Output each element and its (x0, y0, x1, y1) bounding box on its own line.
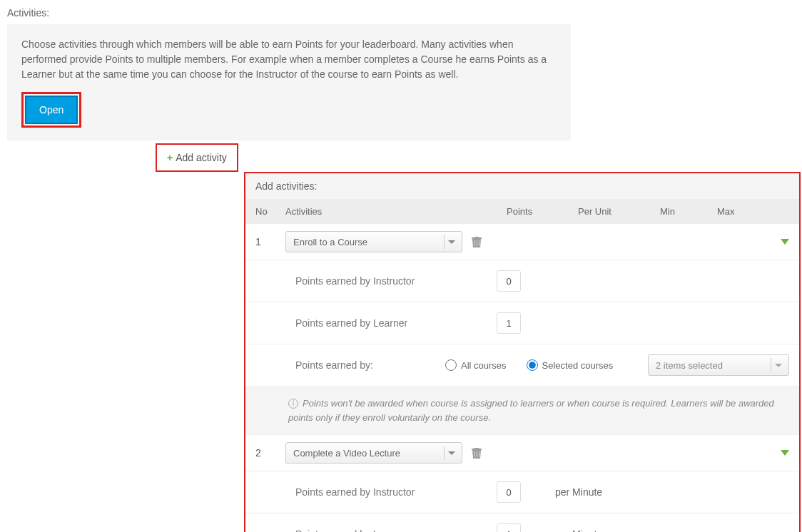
points-instructor-row: Points earned by Instructor per Minute (245, 471, 799, 513)
activities-panel-highlight: Add activities: No Activities Points Per… (244, 172, 801, 532)
activities-label: Activities: (7, 7, 795, 19)
per-unit-label: per Minute (555, 528, 602, 532)
column-headers: No Activities Points Per Unit Min Max (245, 199, 799, 224)
trash-icon[interactable] (471, 235, 482, 248)
activity-no: 1 (255, 236, 285, 247)
expand-icon[interactable] (781, 450, 789, 456)
expand-icon[interactable] (781, 239, 789, 245)
col-no: No (255, 206, 285, 217)
add-activity-link[interactable]: +Add activity (167, 152, 227, 163)
activity-no: 2 (255, 447, 285, 459)
activities-description: Choose activities through which members … (21, 37, 557, 82)
selected-courses-radio-input[interactable] (527, 359, 538, 371)
activity-type-dropdown[interactable]: Enroll to a Course (285, 231, 462, 252)
all-courses-radio-label: All courses (461, 360, 507, 371)
plus-icon: + (167, 152, 173, 163)
col-per-unit: Per Unit (578, 206, 660, 217)
points-learner-label: Points earned by Learner (295, 317, 497, 329)
points-learner-input[interactable] (497, 523, 521, 532)
selected-courses-radio[interactable]: Selected courses (527, 359, 614, 371)
points-learner-row: Points earned by Learner (245, 302, 799, 344)
all-courses-radio[interactable]: All courses (445, 359, 507, 371)
points-learner-row: Points earned by Learner per Minute (245, 513, 799, 532)
activity-note: iPoints won't be awarded when course is … (245, 387, 799, 435)
points-learner-input[interactable] (497, 312, 521, 334)
activity-type-label: Complete a Video Lecture (293, 448, 400, 459)
activities-info-box: Choose activities through which members … (7, 24, 571, 140)
activity-type-label: Enroll to a Course (293, 237, 367, 247)
info-icon: i (288, 399, 298, 409)
points-instructor-label: Points earned by Instructor (295, 486, 497, 498)
col-points: Points (507, 206, 578, 217)
add-activity-label: Add activity (176, 152, 227, 163)
course-selector-label: 2 items selected (656, 360, 723, 371)
open-button-highlight: Open (21, 92, 81, 128)
activity-row: 2 Complete a Video Lecture (245, 435, 799, 471)
points-scope-label: Points earned by: (295, 359, 445, 371)
col-activities: Activities (285, 206, 507, 217)
points-scope-row: Points earned by: All courses Selected c… (245, 344, 799, 387)
points-instructor-row: Points earned by Instructor (245, 260, 799, 302)
open-button[interactable]: Open (25, 96, 78, 124)
add-activity-highlight: +Add activity (156, 143, 238, 172)
points-learner-label: Points earned by Learner (295, 528, 497, 532)
all-courses-radio-input[interactable] (445, 359, 457, 371)
points-instructor-input[interactable] (497, 270, 521, 292)
trash-icon[interactable] (471, 446, 482, 459)
activity-row: 1 Enroll to a Course (245, 224, 799, 260)
course-selector-dropdown[interactable]: 2 items selected (648, 354, 789, 376)
activity-type-dropdown[interactable]: Complete a Video Lecture (285, 442, 462, 464)
col-max: Max (717, 206, 789, 217)
per-unit-label: per Minute (555, 486, 602, 498)
col-min: Min (660, 206, 717, 217)
selected-courses-radio-label: Selected courses (542, 360, 614, 371)
points-instructor-input[interactable] (497, 481, 521, 503)
panel-title: Add activities: (245, 173, 799, 199)
activity-note-text: Points won't be awarded when course is a… (288, 398, 774, 423)
points-instructor-label: Points earned by Instructor (295, 275, 497, 287)
